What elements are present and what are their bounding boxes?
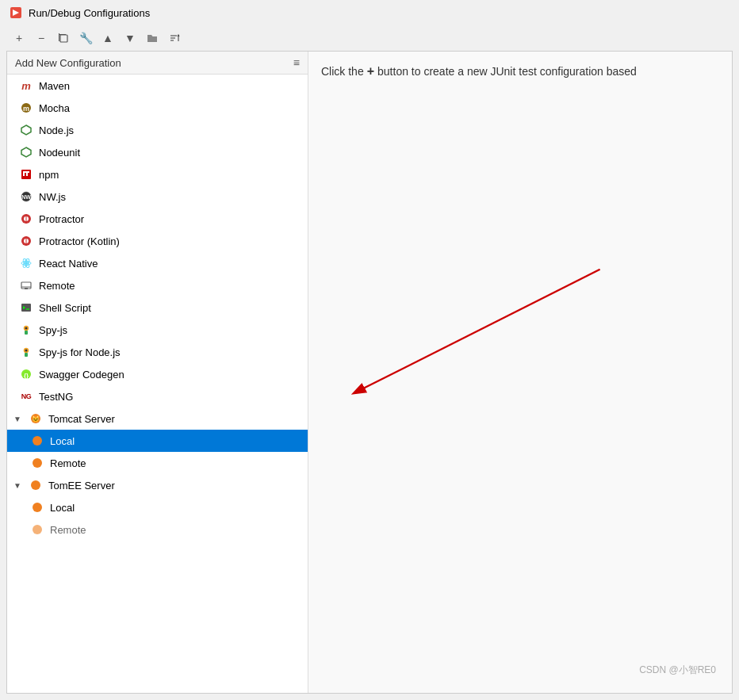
hint-suffix: button to create a new JUnit test config…: [377, 65, 637, 78]
sort-button[interactable]: [165, 29, 184, 48]
spyjs-node-icon: [20, 346, 33, 358]
testng-icon: NG: [20, 390, 33, 403]
toolbar: + − 🔧 ▲ ▼: [0, 25, 739, 51]
list-item[interactable]: Protractor (Kotlin): [7, 230, 308, 252]
list-item[interactable]: Protractor: [7, 208, 308, 230]
npm-icon: [20, 168, 33, 181]
hint-plus-symbol: +: [367, 64, 374, 78]
list-item[interactable]: NG TestNG: [7, 385, 308, 407]
tomcat-remote-icon: [31, 457, 44, 469]
list-item[interactable]: m Maven: [7, 75, 308, 97]
svg-rect-2: [60, 35, 67, 42]
item-label: NW.js: [39, 191, 66, 203]
item-label: Maven: [39, 80, 70, 92]
move-down-button[interactable]: ▼: [121, 29, 140, 48]
folder-button[interactable]: [143, 29, 162, 48]
list-item[interactable]: Nodeunit: [7, 141, 308, 163]
item-label: Tomcat Server: [48, 413, 115, 425]
item-label: Local: [50, 502, 75, 514]
panel-header: Add New Configuration ≡: [7, 52, 308, 75]
panel-menu-icon[interactable]: ≡: [293, 56, 300, 69]
arrow-graphic: [308, 52, 732, 693]
svg-rect-31: [21, 304, 31, 312]
svg-rect-15: [23, 171, 29, 173]
list-item[interactable]: Node.js: [7, 119, 308, 141]
svg-text:{}: {}: [24, 372, 29, 379]
main-content: Add New Configuration ≡ m Maven m: [6, 51, 733, 694]
maven-icon: m: [20, 79, 33, 92]
item-label: Mocha: [39, 102, 70, 114]
svg-marker-11: [21, 147, 31, 157]
settings-button[interactable]: 🔧: [76, 29, 95, 48]
item-label: Remote: [39, 280, 75, 292]
tomee-local-item[interactable]: Local: [7, 496, 308, 518]
svg-rect-30: [25, 288, 28, 289]
remove-button[interactable]: −: [32, 29, 51, 48]
list-item[interactable]: m Mocha: [7, 97, 308, 119]
tomcat-local-item[interactable]: Local: [7, 430, 308, 452]
svg-rect-39: [25, 353, 28, 357]
svg-rect-28: [21, 282, 31, 289]
react-native-icon: [20, 257, 33, 270]
svg-text:m: m: [23, 105, 29, 113]
list-item[interactable]: Shell Script: [7, 296, 308, 319]
item-label: Spy-js: [39, 324, 67, 336]
svg-point-47: [33, 503, 42, 512]
tomee-icon: [29, 479, 42, 492]
tomcat-icon: 🐱: [29, 412, 42, 425]
svg-rect-3: [147, 36, 149, 41]
item-label: TomEE Server: [48, 480, 115, 492]
protractor-kotlin-icon: [20, 235, 33, 247]
copy-button[interactable]: [54, 29, 73, 48]
list-item[interactable]: React Native: [7, 252, 308, 274]
chevron-down-icon: ▼: [13, 415, 21, 423]
list-item[interactable]: {} Swagger Codegen: [7, 363, 308, 385]
tomcat-local-icon: [31, 434, 44, 447]
protractor-icon: [20, 212, 33, 225]
svg-point-35: [25, 327, 28, 330]
chevron-down-icon-tomee: ▼: [13, 481, 21, 490]
item-label: Swagger Codegen: [39, 369, 124, 381]
list-item[interactable]: NW NW.js: [7, 186, 308, 208]
item-label: Spy-js for Node.js: [39, 346, 121, 358]
svg-point-45: [33, 458, 42, 468]
svg-point-46: [31, 480, 40, 490]
svg-point-48: [33, 525, 42, 534]
item-label: Protractor: [39, 213, 84, 225]
item-label: Nodeunit: [39, 147, 80, 159]
svg-text:NW: NW: [21, 194, 31, 200]
svg-point-38: [25, 350, 28, 352]
tomcat-server-section[interactable]: ▼ 🐱 Tomcat Server: [7, 407, 308, 430]
panel-header-title: Add New Configuration: [15, 57, 121, 69]
svg-line-50: [354, 270, 600, 393]
hint-text: Click the + button to create a new JUnit…: [321, 64, 719, 78]
run-debug-window: Run/Debug Configurations + − 🔧 ▲ ▼: [0, 0, 739, 700]
nodejs-icon: [20, 124, 33, 136]
window-title: Run/Debug Configurations: [29, 7, 150, 19]
item-label: Protractor (Kotlin): [39, 235, 120, 247]
tomee-server-section[interactable]: ▼ TomEE Server: [7, 474, 308, 496]
left-panel: Add New Configuration ≡ m Maven m: [7, 52, 308, 693]
item-label: Remote: [50, 524, 86, 536]
item-label: React Native: [39, 258, 98, 270]
config-list: m Maven m Mocha: [7, 75, 308, 693]
svg-point-44: [33, 436, 42, 446]
list-item[interactable]: Remote: [7, 274, 308, 296]
list-item[interactable]: npm: [7, 163, 308, 186]
nwjs-icon: NW: [20, 190, 33, 203]
list-item[interactable]: Spy-js: [7, 319, 308, 341]
tomcat-remote-item[interactable]: Remote: [7, 452, 308, 474]
watermark: CSDN @小智RE0: [639, 664, 716, 677]
move-up-button[interactable]: ▲: [98, 29, 117, 48]
item-label: TestNG: [39, 391, 73, 403]
remote-icon: [20, 279, 33, 292]
add-button[interactable]: +: [10, 29, 29, 48]
nodeunit-icon: [20, 146, 33, 159]
list-item[interactable]: Spy-js for Node.js: [7, 341, 308, 363]
item-label: Local: [50, 435, 75, 447]
tomee-remote-item[interactable]: Remote: [7, 518, 308, 541]
item-label: npm: [39, 169, 59, 181]
svg-point-24: [25, 262, 28, 265]
mocha-icon: m: [20, 101, 33, 114]
svg-text:🐱: 🐱: [32, 415, 40, 423]
